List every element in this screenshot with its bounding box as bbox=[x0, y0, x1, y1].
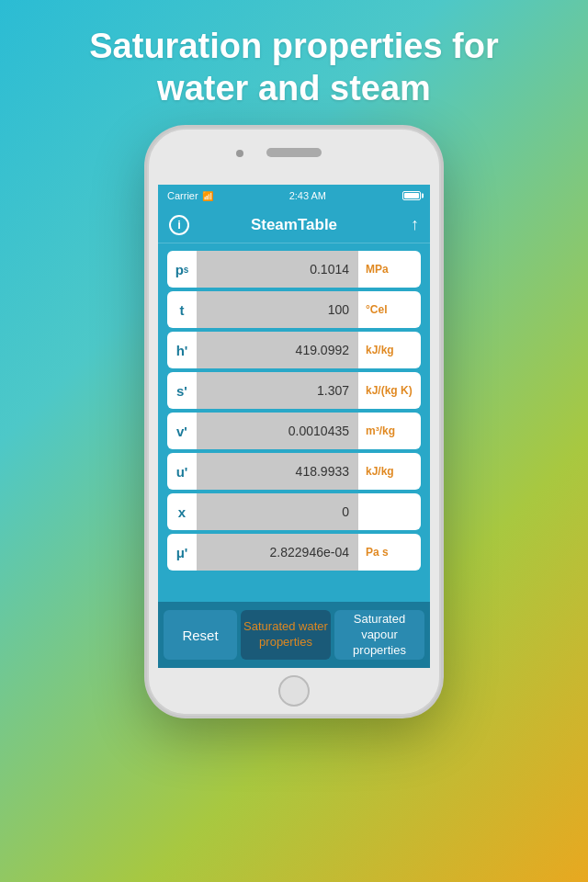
battery-icon bbox=[402, 191, 421, 200]
prop-unit: °Cel bbox=[358, 303, 421, 316]
table-row: x0 bbox=[167, 493, 421, 530]
prop-value: 418.9933 bbox=[197, 453, 358, 490]
table-row: t100°Cel bbox=[167, 291, 421, 328]
prop-label: h' bbox=[167, 343, 197, 358]
battery-fill bbox=[404, 193, 419, 198]
prop-label: x bbox=[167, 504, 197, 520]
prop-value: 2.822946e-04 bbox=[197, 534, 358, 571]
bottom-toolbar: Reset Saturated water properties Saturat… bbox=[158, 602, 430, 668]
table-row: u'418.9933kJ/kg bbox=[167, 453, 421, 490]
saturated-water-button[interactable]: Saturated water properties bbox=[241, 610, 331, 660]
prop-value: 1.307 bbox=[197, 372, 358, 409]
wifi-icon: 📶 bbox=[202, 191, 213, 201]
navigation-bar: i SteamTable ↑ bbox=[158, 207, 430, 243]
info-button[interactable]: i bbox=[169, 215, 189, 235]
prop-value: 0 bbox=[197, 493, 358, 530]
status-bar: Carrier 📶 2:43 AM bbox=[158, 185, 430, 207]
phone-screen: Carrier 📶 2:43 AM i SteamTable ↑ ps0.101… bbox=[158, 185, 430, 668]
sat-water-label: Saturated water properties bbox=[243, 619, 328, 649]
prop-label: v' bbox=[167, 424, 197, 439]
table-row: h'419.0992kJ/kg bbox=[167, 332, 421, 368]
info-icon: i bbox=[177, 218, 181, 232]
share-button[interactable]: ↑ bbox=[411, 215, 419, 234]
headline-line1: Saturation properties for bbox=[89, 27, 499, 65]
prop-unit: kJ/kg bbox=[358, 344, 421, 356]
phone-frame: Carrier 📶 2:43 AM i SteamTable ↑ ps0.101… bbox=[147, 128, 441, 716]
phone-bottom bbox=[149, 668, 439, 714]
carrier-label: Carrier bbox=[167, 190, 198, 201]
prop-value: 0.1014 bbox=[197, 251, 358, 288]
prop-label: ps bbox=[167, 262, 197, 277]
reset-button[interactable]: Reset bbox=[164, 610, 237, 660]
status-left: Carrier 📶 bbox=[167, 190, 213, 201]
phone-speaker bbox=[266, 148, 322, 157]
app-title: SteamTable bbox=[251, 216, 337, 234]
table-row: ps0.1014MPa bbox=[167, 251, 421, 288]
prop-unit: kJ/kg bbox=[358, 465, 421, 478]
saturated-vapour-button[interactable]: Saturated vapour properties bbox=[334, 610, 424, 660]
prop-label: s' bbox=[167, 383, 197, 399]
prop-label: t bbox=[167, 302, 197, 318]
sat-vapour-label: Saturated vapour properties bbox=[353, 612, 406, 657]
prop-value: 0.0010435 bbox=[197, 413, 358, 449]
properties-list: ps0.1014MPat100°Celh'419.0992kJ/kgs'1.30… bbox=[158, 243, 430, 602]
headline-line2: water and steam bbox=[157, 69, 431, 107]
prop-value: 100 bbox=[197, 291, 358, 328]
status-time: 2:43 AM bbox=[289, 190, 326, 201]
share-icon: ↑ bbox=[411, 215, 419, 233]
prop-unit: kJ/(kg K) bbox=[358, 384, 421, 397]
phone-camera bbox=[236, 150, 243, 157]
prop-label: μ' bbox=[167, 545, 197, 560]
table-row: v'0.0010435m³/kg bbox=[167, 413, 421, 449]
table-row: s'1.307kJ/(kg K) bbox=[167, 372, 421, 409]
headline: Saturation properties for water and stea… bbox=[52, 0, 536, 128]
table-row: μ'2.822946e-04Pa s bbox=[167, 534, 421, 571]
home-button[interactable] bbox=[278, 675, 310, 707]
prop-unit: m³/kg bbox=[358, 424, 421, 437]
prop-unit: MPa bbox=[358, 263, 421, 276]
prop-value: 419.0992 bbox=[197, 332, 358, 368]
prop-unit: Pa s bbox=[358, 546, 421, 559]
prop-label: u' bbox=[167, 464, 197, 480]
phone-top bbox=[149, 130, 439, 185]
